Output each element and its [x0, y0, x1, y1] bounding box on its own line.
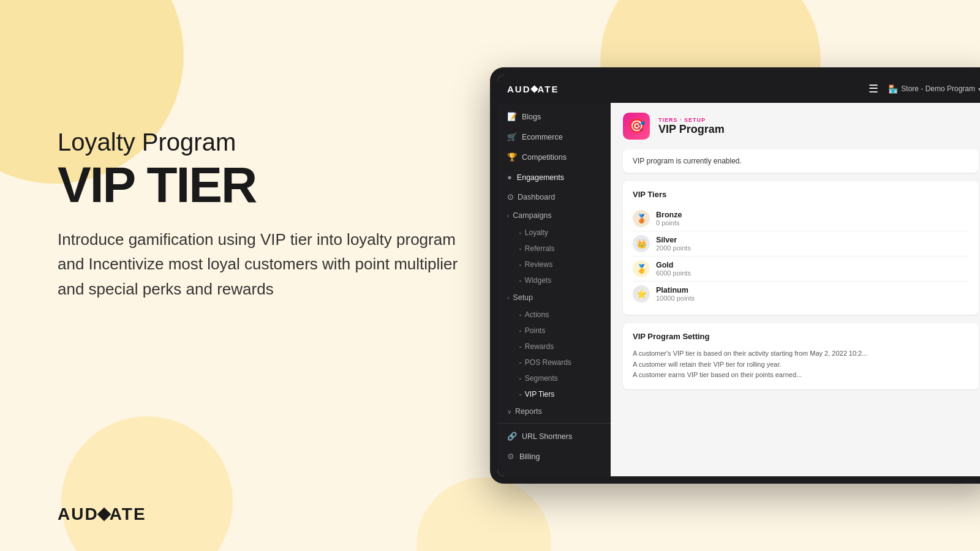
dashboard-icon: ⊙: [507, 192, 514, 201]
loyalty-label: Loyalty: [525, 228, 548, 237]
sidebar-widgets[interactable]: • Widgets: [497, 272, 611, 288]
points-dot-icon: •: [519, 328, 521, 334]
dashboard-label: Dashboard: [518, 193, 555, 201]
sidebar-competitions-label: Competitions: [522, 153, 567, 162]
hamburger-menu-icon[interactable]: ☰: [869, 82, 878, 96]
vip-setting-title: VIP Program Setting: [633, 332, 969, 341]
reviews-dot-icon: •: [519, 262, 521, 268]
competitions-icon: 🏆: [507, 152, 517, 162]
reports-label: Reports: [515, 407, 542, 416]
sidebar-engagements-label: Engagements: [517, 173, 564, 182]
pos-rewards-dot-icon: •: [519, 360, 521, 365]
url-shortners-label: URL Shortners: [522, 432, 572, 441]
bronze-name: Bronze: [656, 211, 682, 219]
sidebar-divider: [497, 423, 611, 424]
sidebar-item-blogs[interactable]: 📝 Blogs: [497, 107, 611, 127]
setup-label: Setup: [513, 293, 533, 302]
device-container: AUDATE ☰ 🏪 Store - Demo Program ▾ 📝 Blog…: [490, 67, 980, 484]
bg-circle-bottom-left: [61, 416, 233, 551]
store-label: Store - Demo Program: [901, 84, 975, 93]
left-content: Loyalty Program VIP TIER Introduce gamif…: [58, 129, 474, 301]
segments-dot-icon: •: [519, 376, 521, 381]
platinum-tier-icon: ⭐: [633, 285, 650, 302]
vip-tier-title: VIP TIER: [58, 160, 474, 210]
blogs-icon: 📝: [507, 112, 517, 121]
silver-info: Silver 2000 points: [656, 236, 691, 252]
page-header: 🎯 TIERS · SETUP VIP Program: [623, 113, 979, 140]
tier-silver-item[interactable]: 👑 Silver 2000 points: [633, 231, 969, 257]
setting-line-1: A customer's VIP tier is based on their …: [633, 348, 969, 359]
billing-icon: ⚙: [507, 452, 514, 461]
gold-name: Gold: [656, 261, 691, 269]
description-text: Introduce gamification using VIP tier in…: [58, 227, 474, 301]
platinum-points: 10000 points: [656, 294, 695, 302]
pos-rewards-label: POS Rewards: [525, 358, 571, 367]
sidebar-setup[interactable]: › Setup: [497, 288, 611, 307]
sidebar-campaigns[interactable]: › Campaigns: [497, 206, 611, 225]
store-selector[interactable]: 🏪 Store - Demo Program ▾: [888, 84, 980, 94]
actions-dot-icon: •: [519, 312, 521, 318]
reports-chevron-icon: ∨: [507, 408, 511, 415]
sidebar-reviews[interactable]: • Reviews: [497, 257, 611, 272]
sidebar-segments[interactable]: • Segments: [497, 370, 611, 386]
platinum-info: Platinum 10000 points: [656, 286, 695, 302]
sidebar-billing[interactable]: ⚙ Billing: [497, 446, 611, 467]
vip-tiers-label: VIP Tiers: [525, 390, 554, 399]
sidebar-item-engagements[interactable]: ● Engagements: [497, 167, 611, 187]
bronze-info: Bronze 0 points: [656, 211, 682, 227]
sidebar-loyalty[interactable]: • Loyalty: [497, 225, 611, 241]
bg-circle-bottom-right: [417, 478, 551, 551]
sidebar-vip-tiers[interactable]: • VIP Tiers: [497, 386, 611, 402]
logo-diamond: [97, 507, 111, 521]
platinum-name: Platinum: [656, 286, 695, 294]
tier-platinum-item[interactable]: ⭐ Platinum 10000 points: [633, 282, 969, 306]
ecommerce-icon: 🛒: [507, 132, 517, 141]
referrals-dot-icon: •: [519, 246, 521, 252]
page-header-info: TIERS · SETUP VIP Program: [658, 117, 725, 136]
sidebar-url-shortners[interactable]: 🔗 URL Shortners: [497, 426, 611, 446]
setup-chevron-icon: ›: [507, 294, 509, 301]
silver-tier-icon: 👑: [633, 235, 650, 252]
app-header: AUDATE ☰ 🏪 Store - Demo Program ▾: [497, 75, 980, 103]
reviews-label: Reviews: [525, 260, 552, 269]
status-banner: VIP program is currently enabled.: [623, 149, 979, 173]
sidebar-item-ecommerce[interactable]: 🛒 Ecommerce: [497, 127, 611, 147]
sidebar-points[interactable]: • Points: [497, 323, 611, 339]
vip-tiers-dot-icon: •: [519, 392, 521, 397]
setting-line-2: A customer will retain their VIP tier fo…: [633, 359, 969, 370]
sidebar-referrals[interactable]: • Referrals: [497, 241, 611, 257]
app-main: 📝 Blogs 🛒 Ecommerce 🏆 Competitions ● Eng…: [497, 103, 980, 476]
page-title: VIP Program: [658, 123, 725, 136]
sidebar-ecommerce-label: Ecommerce: [522, 133, 563, 141]
tier-gold-item[interactable]: 🥇 Gold 6000 points: [633, 257, 969, 282]
sidebar-actions[interactable]: • Actions: [497, 307, 611, 323]
campaigns-chevron-icon: ›: [507, 212, 509, 219]
rewards-label: Rewards: [525, 342, 554, 351]
billing-label: Billing: [519, 452, 540, 461]
engagements-icon: ●: [507, 173, 512, 182]
silver-points: 2000 points: [656, 244, 691, 252]
sidebar-rewards[interactable]: • Rewards: [497, 339, 611, 354]
tier-bronze-item[interactable]: 🥉 Bronze 0 points: [633, 206, 969, 231]
gold-info: Gold 6000 points: [656, 261, 691, 277]
actions-label: Actions: [525, 310, 549, 319]
sidebar-reports[interactable]: ∨ Reports: [497, 402, 611, 421]
gold-points: 6000 points: [656, 269, 691, 277]
sidebar-pos-rewards[interactable]: • POS Rewards: [497, 354, 611, 370]
silver-name: Silver: [656, 236, 691, 244]
rewards-dot-icon: •: [519, 344, 521, 350]
widgets-dot-icon: •: [519, 278, 521, 283]
vip-tiers-card: VIP Tiers 🥉 Bronze 0 points 👑 Silver: [623, 181, 979, 315]
page-header-icon: 🎯: [623, 113, 650, 140]
page-subtitle: TIERS · SETUP: [658, 117, 725, 123]
bronze-tier-icon: 🥉: [633, 210, 650, 227]
campaigns-label: Campaigns: [513, 211, 551, 220]
bronze-points: 0 points: [656, 219, 682, 227]
header-logo-diamond: [530, 85, 538, 93]
referrals-label: Referrals: [525, 244, 555, 253]
loyalty-dot-icon: •: [519, 230, 521, 236]
content-panel: 🎯 TIERS · SETUP VIP Program VIP program …: [611, 103, 980, 476]
app-logo: AUDATE: [507, 84, 559, 94]
sidebar-item-competitions[interactable]: 🏆 Competitions: [497, 147, 611, 167]
sidebar-dashboard[interactable]: ⊙ Dashboard: [497, 187, 611, 206]
